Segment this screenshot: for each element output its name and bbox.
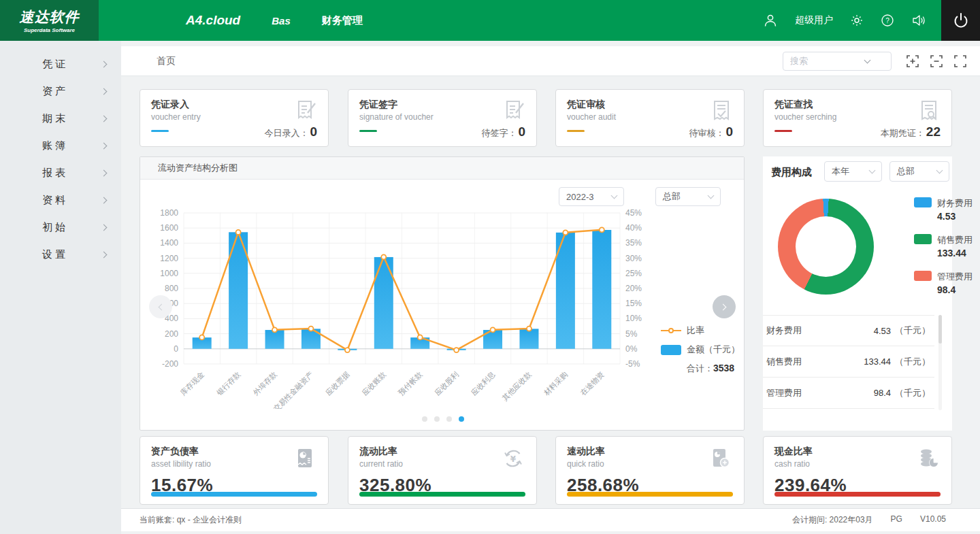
line-swatch-icon (661, 330, 681, 331)
svg-text:-200: -200 (162, 359, 178, 369)
total-label: 合计： (687, 363, 713, 373)
help-icon[interactable]: ? (881, 14, 894, 27)
speaker-icon[interactable] (911, 14, 926, 27)
legend-item-admin[interactable]: 管理费用 98.4 (914, 271, 973, 295)
legend-line-item[interactable]: 比率 (661, 324, 742, 337)
document-check-icon (708, 98, 734, 124)
chart-org-select[interactable]: 总部 (655, 187, 721, 206)
fullscreen-icon[interactable] (954, 55, 966, 67)
voucher-audit-card[interactable]: 凭证审核 voucher audit 待审核：0 (555, 89, 745, 147)
current-account-text: 当前账套: qx - 企业会计准则 (140, 514, 242, 526)
stat-label: 待审核： (689, 128, 724, 138)
asset-liability-ratio-card[interactable]: 资产负债率 asset libility ratio 15.67% (140, 436, 329, 505)
select-value: 总部 (663, 190, 681, 203)
pager-dot[interactable] (422, 416, 427, 422)
chevron-left-icon (159, 303, 165, 310)
scrollbar-thumb[interactable] (938, 315, 942, 344)
chevron-down-icon (708, 193, 715, 199)
sidebar-item-voucher[interactable]: 凭 证 (0, 50, 121, 78)
svg-text:40%: 40% (625, 223, 642, 233)
zoom-in-icon[interactable] (906, 55, 919, 67)
accounting-period-text: 会计期间: 2022年03月 (792, 514, 873, 526)
expense-org-select[interactable]: 总部 (889, 161, 949, 182)
pager-dot[interactable] (446, 416, 452, 422)
zoom-out-icon[interactable] (930, 55, 943, 67)
scrollbar-track[interactable] (938, 315, 942, 410)
row-unit: （千元） (895, 387, 930, 399)
expense-composition-panel: 费用构成 本年 总部 财务费用 4.53 销售费用 133.44 管理费用 (763, 156, 952, 431)
pie-document-icon (291, 445, 318, 472)
logout-power-button[interactable] (941, 0, 980, 41)
sidebar-item-label: 期 末 (42, 112, 65, 125)
voucher-sign-card[interactable]: 凭证签字 signature of voucher 待签字：0 (348, 89, 537, 147)
donut-hole (796, 216, 856, 277)
svg-text:10%: 10% (625, 314, 642, 323)
pager-dot[interactable] (459, 416, 464, 422)
nav-item-finance[interactable]: 财务管理 (322, 14, 363, 27)
header-actions: 超级用户 ? (763, 0, 941, 41)
stat-value: 0 (518, 124, 525, 139)
pager-dot[interactable] (434, 416, 440, 422)
svg-text:1600: 1600 (160, 223, 178, 233)
product-name: A4.cloud (186, 13, 240, 28)
svg-text:45%: 45% (625, 208, 642, 218)
accent-dash (151, 130, 169, 132)
legend-label: 销售费用 (937, 234, 973, 246)
expense-year-select[interactable]: 本年 (824, 161, 882, 182)
chart-next-arrow-button[interactable] (713, 295, 736, 318)
row-label: 销售费用 (766, 356, 802, 368)
svg-text:1800: 1800 (160, 208, 178, 218)
legend-bar-item[interactable]: 金额（千元） (661, 344, 742, 356)
row-value: 98.4 (874, 388, 891, 398)
status-footer: 当前账套: qx - 企业会计准则 会计期间: 2022年03月 PG V10.… (121, 508, 980, 531)
legend-value: 98.4 (937, 284, 973, 295)
svg-text:库存现金: 库存现金 (179, 370, 206, 397)
legend-swatch (914, 234, 932, 244)
svg-text:应收票据: 应收票据 (324, 370, 351, 397)
legend-label: 比率 (687, 324, 704, 337)
sidebar-item-period-end[interactable]: 期 末 (0, 105, 121, 132)
voucher-entry-card[interactable]: 凭证录入 voucher entry 今日录入：0 (140, 89, 329, 147)
sidebar-item-assets[interactable]: 资 产 (0, 78, 121, 105)
legend-value: 4.53 (937, 211, 973, 222)
svg-text:在途物资: 在途物资 (578, 370, 606, 397)
svg-text:1000: 1000 (160, 269, 178, 278)
refresh-yen-icon: ¥ (500, 445, 527, 472)
svg-text:预付帐款: 预付帐款 (397, 370, 424, 397)
sidebar-item-initial[interactable]: 初 始 (0, 214, 121, 241)
bar-line-chart: 180045%160040%140035%120030%100025%80020… (150, 205, 657, 409)
sidebar-item-data[interactable]: 资 料 (0, 186, 121, 214)
ratio-bar (774, 492, 941, 497)
logo-title: 速达软件 (20, 7, 80, 27)
legend-item-sales[interactable]: 销售费用 133.44 (914, 234, 973, 258)
username[interactable]: 超级用户 (795, 14, 833, 27)
quick-ratio-card[interactable]: 速动比率 quick ratio 258.68% (555, 436, 745, 505)
breadcrumb[interactable]: 首页 (157, 55, 176, 67)
settings-gear-icon[interactable] (850, 14, 864, 27)
svg-text:应收利息: 应收利息 (470, 370, 497, 397)
cash-ratio-card[interactable]: 现金比率 cash ratio 239.64% (763, 436, 952, 505)
svg-text:1400: 1400 (160, 238, 178, 248)
voucher-search-card[interactable]: 凭证查找 voucher serching 本期凭证：22 (763, 89, 952, 147)
svg-text:其他应收款: 其他应收款 (500, 370, 532, 402)
svg-text:-5%: -5% (625, 359, 640, 369)
legend-label: 管理费用 (937, 271, 973, 283)
search-input[interactable] (790, 56, 865, 66)
search-box[interactable] (783, 52, 892, 71)
total-value: 3538 (713, 363, 734, 373)
chevron-right-icon (101, 224, 108, 231)
sidebar-item-books[interactable]: 账 簿 (0, 132, 121, 159)
sidebar-item-reports[interactable]: 报 表 (0, 159, 121, 186)
legend-item-finance[interactable]: 财务费用 4.53 (914, 197, 973, 222)
svg-text:材料采购: 材料采购 (542, 370, 570, 397)
chart-prev-arrow-button[interactable] (149, 295, 172, 318)
nav-item-bas[interactable]: Bas (272, 15, 291, 27)
stat-label: 本期凭证： (881, 128, 925, 138)
user-icon[interactable] (763, 13, 778, 28)
legend-label: 金额（千元） (687, 344, 740, 356)
ratio-bar (359, 492, 525, 497)
current-ratio-card[interactable]: 流动比率 current ratio 325.80% ¥ (348, 436, 537, 505)
chart-period-select[interactable]: 2022-3 (559, 187, 624, 206)
table-row: 管理费用 98.4 （千元） (763, 378, 934, 409)
sidebar-item-settings[interactable]: 设 置 (0, 241, 121, 268)
